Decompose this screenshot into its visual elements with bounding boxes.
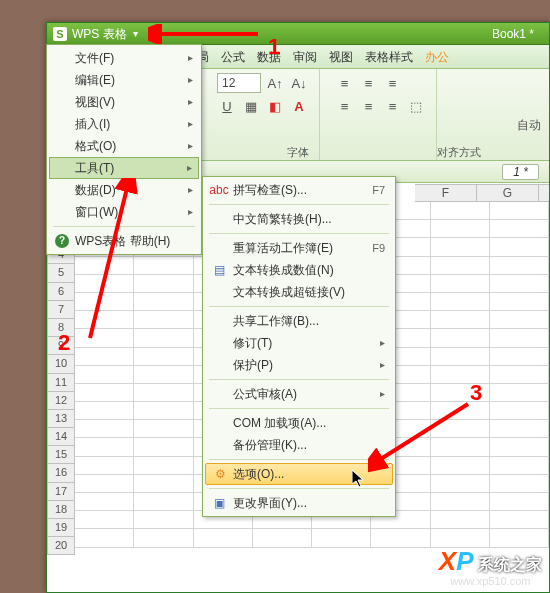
menu-separator — [209, 204, 389, 205]
menu-separator — [209, 459, 389, 460]
row-header[interactable]: 20 — [47, 537, 75, 555]
submenu-arrow-icon: ▸ — [380, 338, 385, 348]
shortcut-label: F9 — [372, 243, 385, 254]
row-header[interactable]: 12 — [47, 392, 75, 410]
tab-office[interactable]: 办公 — [425, 51, 449, 63]
tab-tablestyle[interactable]: 表格样式 — [365, 51, 413, 63]
doc-tab[interactable]: 1 * — [502, 164, 539, 180]
annotation-arrow-2 — [80, 178, 140, 348]
group-label-font: 字体 — [287, 147, 309, 158]
submenu-arrow-icon: ▸ — [188, 141, 193, 151]
menu-share[interactable]: 共享工作簿(B)... — [205, 310, 393, 332]
column-headers: F G — [415, 184, 549, 202]
menu-formula-audit[interactable]: 公式审核(A)▸ — [205, 383, 393, 405]
row-headers: 3 4 5 6 7 8 9 10 11 12 13 14 15 16 17 18… — [47, 228, 75, 555]
menu-separator — [209, 233, 389, 234]
align-bot-icon[interactable]: ≡ — [382, 73, 402, 93]
help-icon: ? — [55, 234, 69, 248]
merge-icon[interactable]: ⬚ — [406, 96, 426, 116]
menu-format[interactable]: 格式(O)▸ — [49, 135, 199, 157]
spellcheck-icon: abc — [211, 182, 227, 198]
menu-tools[interactable]: 工具(T)▸ — [49, 157, 199, 179]
document-icon: ▤ — [211, 262, 227, 278]
fill-color-icon[interactable]: ◧ — [265, 96, 285, 116]
row-header[interactable]: 11 — [47, 374, 75, 392]
annotation-arrow-1 — [148, 24, 278, 44]
font-color-icon[interactable]: A — [289, 96, 309, 116]
menu-backup[interactable]: 备份管理(K)... — [205, 434, 393, 456]
menu-com-addins[interactable]: COM 加载项(A)... — [205, 412, 393, 434]
menu-separator — [209, 408, 389, 409]
submenu-arrow-icon: ▸ — [188, 53, 193, 63]
menu-text2num[interactable]: ▤文本转换成数值(N) — [205, 259, 393, 281]
menu-separator — [209, 306, 389, 307]
document-name: Book1 * — [492, 25, 534, 43]
row-header[interactable]: 13 — [47, 410, 75, 428]
menu-insert[interactable]: 插入(I)▸ — [49, 113, 199, 135]
align-center-icon[interactable]: ≡ — [358, 96, 378, 116]
row-header[interactable]: 9 — [47, 337, 75, 355]
col-header[interactable]: F — [415, 185, 477, 201]
col-header[interactable]: G — [477, 185, 539, 201]
app-logo-icon: S — [53, 27, 67, 41]
menu-spellcheck[interactable]: abc拼写检查(S)...F7 — [205, 179, 393, 201]
shortcut-label: F7 — [372, 185, 385, 196]
menu-file[interactable]: 文件(F)▸ — [49, 47, 199, 69]
menu-recalc[interactable]: 重算活动工作簿(E)F9 — [205, 237, 393, 259]
row-header[interactable]: 19 — [47, 519, 75, 537]
app-title: WPS 表格 — [72, 28, 127, 40]
row-header[interactable]: 15 — [47, 446, 75, 464]
align-left-icon[interactable]: ≡ — [334, 96, 354, 116]
menu-revision[interactable]: 修订(T)▸ — [205, 332, 393, 354]
mouse-cursor-icon — [352, 470, 368, 490]
row-header[interactable]: 18 — [47, 501, 75, 519]
submenu-arrow-icon: ▸ — [188, 207, 193, 217]
svg-line-2 — [376, 404, 468, 462]
row-header[interactable]: 17 — [47, 483, 75, 501]
menu-change-skin[interactable]: ▣更改界面(Y)... — [205, 492, 393, 514]
menu-text2link[interactable]: 文本转换成超链接(V) — [205, 281, 393, 303]
row-header[interactable]: 7 — [47, 301, 75, 319]
row-header[interactable]: 14 — [47, 428, 75, 446]
gear-icon: ⚙ — [212, 466, 228, 482]
row-header[interactable]: 8 — [47, 319, 75, 337]
submenu-arrow-icon: ▸ — [380, 360, 385, 370]
group-label-align: 对齐方式 — [437, 147, 481, 158]
border-icon[interactable]: ▦ — [241, 96, 261, 116]
watermark-url: www.xp510.com — [439, 576, 542, 587]
submenu-arrow-icon: ▸ — [187, 163, 192, 173]
skin-icon: ▣ — [211, 495, 227, 511]
svg-line-1 — [90, 184, 128, 338]
submenu-arrow-icon: ▸ — [188, 119, 193, 129]
ribbon-group-align: ≡ ≡ ≡ ≡ ≡ ≡ ⬚ — [324, 69, 437, 160]
submenu-arrow-icon: ▸ — [188, 97, 193, 107]
row-header[interactable]: 6 — [47, 283, 75, 301]
row-header[interactable]: 5 — [47, 264, 75, 282]
increase-font-icon[interactable]: A↑ — [265, 73, 285, 93]
submenu-arrow-icon: ▸ — [188, 185, 193, 195]
font-size-combo[interactable]: 12 — [217, 73, 261, 93]
row-header[interactable]: 16 — [47, 464, 75, 482]
align-top-icon[interactable]: ≡ — [334, 73, 354, 93]
menu-separator — [209, 379, 389, 380]
row-header[interactable]: 10 — [47, 355, 75, 373]
tab-view[interactable]: 视图 — [329, 51, 353, 63]
align-right-icon[interactable]: ≡ — [382, 96, 402, 116]
menu-view[interactable]: 视图(V)▸ — [49, 91, 199, 113]
chevron-down-icon[interactable]: ▾ — [133, 28, 138, 39]
tab-data[interactable]: 数据 — [257, 51, 281, 63]
tools-submenu: abc拼写检查(S)...F7 中文简繁转换(H)... 重算活动工作簿(E)F… — [202, 176, 396, 517]
decrease-font-icon[interactable]: A↓ — [289, 73, 309, 93]
tab-review[interactable]: 审阅 — [293, 51, 317, 63]
underline-icon[interactable]: U — [217, 96, 237, 116]
submenu-arrow-icon: ▸ — [188, 75, 193, 85]
annotation-arrow-3 — [368, 398, 478, 478]
menu-protect[interactable]: 保护(P)▸ — [205, 354, 393, 376]
auto-wrap-label[interactable]: 自动 — [517, 119, 541, 131]
menu-edit[interactable]: 编辑(E)▸ — [49, 69, 199, 91]
align-mid-icon[interactable]: ≡ — [358, 73, 378, 93]
titlebar: S WPS 表格 ▾ Book1 * — [47, 23, 549, 45]
tab-formula[interactable]: 公式 — [221, 51, 245, 63]
menu-chinese-convert[interactable]: 中文简繁转换(H)... — [205, 208, 393, 230]
watermark: XP 系统之家 www.xp510.com — [439, 548, 542, 587]
